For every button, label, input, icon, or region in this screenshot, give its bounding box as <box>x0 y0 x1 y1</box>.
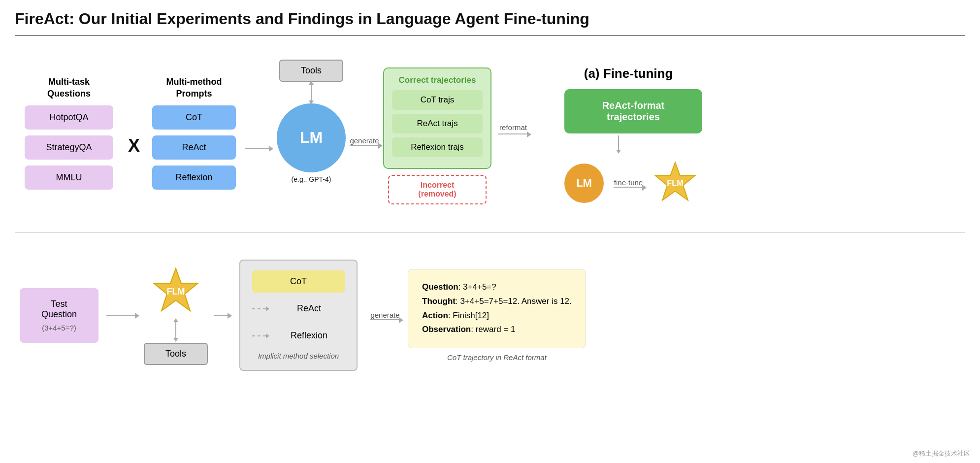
finetune-bottom: LM fine-tune FLM <box>564 160 697 206</box>
output-caption: CoT trajectory in ReAct format <box>447 353 547 362</box>
generate-arrow-a: generate <box>350 136 379 146</box>
section-divider <box>15 232 965 232</box>
reformat-arrow: reformat <box>498 123 528 134</box>
implicit-box: CoT ReAct Reflexion Implicit method sele… <box>239 260 358 371</box>
page-title: FireAct: Our Initial Experiments and Fin… <box>15 10 965 28</box>
arrow-to-flm <box>106 315 136 316</box>
method-cot: CoT <box>152 105 236 130</box>
implicit-reflexion: Reflexion <box>273 325 345 347</box>
methods-col: Multi-methodPrompts CoT ReAct Reflexion <box>150 76 238 196</box>
down-arrow <box>550 135 687 150</box>
tools-box-b: Tools <box>144 343 208 365</box>
implicit-label: Implicit method selection <box>252 352 345 360</box>
tools-lm-col: Tools LM (e.g., GPT-4) <box>277 60 346 183</box>
flm-star-a: FLM <box>653 160 697 206</box>
incorrect-box: Incorrect(removed) <box>388 175 487 204</box>
implicit-reflexion-row: Reflexion <box>252 325 345 347</box>
test-q-label: TestQuestion <box>33 299 85 320</box>
arrow-to-lm <box>245 148 270 149</box>
finetune-arrow: fine-tune <box>614 178 643 188</box>
watermark: @稀土掘金技术社区 <box>913 449 970 458</box>
output-question: Question: 3+4+5=? <box>422 280 572 295</box>
section-b: TestQuestion (3+4+5=?) FLM Tools <box>15 241 965 389</box>
svg-text:FLM: FLM <box>667 178 683 187</box>
cross-symbol: X <box>128 135 140 156</box>
lm-sub-label: (e.g., GPT-4) <box>292 175 331 183</box>
method-react: ReAct <box>152 135 236 160</box>
implicit-react-row: ReAct <box>252 298 345 320</box>
lm-circle-small: LM <box>564 164 604 203</box>
implicit-react: ReAct <box>273 298 345 320</box>
method-reflexion: Reflexion <box>152 165 236 190</box>
output-col: Question: 3+4+5=? Thought: 3+4+5=7+5=12.… <box>408 269 586 362</box>
section-a: Multi-taskQuestions HotpotQA StrategyQA … <box>15 45 965 232</box>
cot-trajs: CoT trajs <box>392 90 483 110</box>
questions-col: Multi-taskQuestions HotpotQA StrategyQA … <box>20 76 118 196</box>
question-hotpotqa: HotpotQA <box>25 105 113 130</box>
question-strategyqa: StrategyQA <box>25 135 113 160</box>
generate-arrow-b: generate <box>370 311 400 320</box>
output-observation: Observation: reward = 1 <box>422 323 572 337</box>
flm-tools-col: FLM Tools <box>144 266 208 365</box>
trajectories-col: Correct trajectories CoT trajs ReAct tra… <box>383 67 491 204</box>
output-action: Action: Finish[12] <box>422 309 572 323</box>
incorrect-title: Incorrect(removed) <box>397 181 478 198</box>
methods-col-label: Multi-methodPrompts <box>166 76 222 99</box>
correct-title: Correct trajectories <box>392 75 483 85</box>
output-thought: Thought: 3+4+5=7+5=12. Answer is 12. <box>422 295 572 309</box>
tools-box-a: Tools <box>279 60 343 82</box>
reflexion-trajs: Reflexion trajs <box>392 137 483 157</box>
react-format-box: ReAct-formattrajectories <box>564 89 702 133</box>
output-box: Question: 3+4+5=? Thought: 3+4+5=7+5=12.… <box>408 269 586 349</box>
lm-circle-a: LM <box>277 103 346 172</box>
title-divider <box>15 35 965 36</box>
svg-text:FLM: FLM <box>167 287 185 297</box>
react-trajs: ReAct trajs <box>392 114 483 133</box>
finetune-title: (a) Fine-tuning <box>535 66 722 81</box>
correct-box: Correct trajectories CoT trajs ReAct tra… <box>383 67 491 169</box>
question-mmlu: MMLU <box>25 165 113 190</box>
questions-col-label: Multi-taskQuestions <box>47 76 91 99</box>
test-q-sub: (3+4+5=?) <box>33 324 85 332</box>
implicit-cot: CoT <box>252 270 345 293</box>
test-question-box: TestQuestion (3+4+5=?) <box>20 288 98 343</box>
v-double-arrow-b <box>175 321 176 339</box>
finetune-section: (a) Fine-tuning ReAct-formattrajectories… <box>535 66 722 206</box>
flm-star-b: FLM <box>151 266 200 317</box>
arrow-to-implicit <box>214 315 229 316</box>
